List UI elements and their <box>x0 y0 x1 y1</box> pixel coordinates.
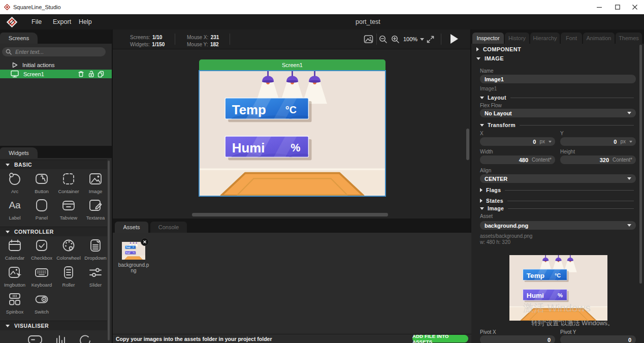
asset-select[interactable]: background.png <box>480 221 636 230</box>
label-icon: Aa <box>1 196 28 214</box>
widget-container[interactable]: Container <box>55 170 82 194</box>
lock-screen-icon[interactable] <box>87 70 95 78</box>
screen-item-label: Screen1 <box>23 71 44 77</box>
screen-item-screen1[interactable]: Screen1 <box>0 70 112 78</box>
canvas-screen-title: Screen1 <box>282 62 303 68</box>
window-titlebar: SquareLine_Studio <box>0 0 644 14</box>
flex-flow-select[interactable]: No Layout <box>480 109 636 117</box>
tab-console[interactable]: Console <box>150 222 187 233</box>
menu-file[interactable]: File <box>31 14 42 29</box>
states-section-header[interactable]: States <box>480 198 636 204</box>
widget-label[interactable]: Aa Label <box>1 196 28 221</box>
screen-item-initial-actions[interactable]: Initial actions <box>0 60 112 69</box>
canvas-screen-header[interactable]: Screen1 <box>199 59 385 70</box>
name-subtext: Image1 <box>480 86 497 91</box>
width-label: Width <box>480 149 493 154</box>
minimize-button[interactable] <box>590 0 608 14</box>
widget-dropdown[interactable]: Dropdown <box>82 236 109 261</box>
zoom-level-select[interactable]: 100% <box>403 36 424 42</box>
widget-colorwheel[interactable]: Colorwheel <box>55 236 82 261</box>
fit-zoom-icon[interactable] <box>426 35 435 44</box>
widget-bar[interactable] <box>21 331 49 343</box>
flags-section-header[interactable]: Flags <box>480 187 636 193</box>
image-subsection-header[interactable]: Image <box>480 205 636 211</box>
widget-keyboard[interactable]: Keyboard <box>28 263 55 288</box>
widget-tabview[interactable]: Tabview <box>55 196 82 221</box>
arc-icon <box>1 170 28 188</box>
tab-themes[interactable]: Themes <box>616 33 642 44</box>
pivot-y-input[interactable]: 0 <box>560 335 636 343</box>
image-icon <box>82 170 109 188</box>
widget-panel[interactable]: Panel <box>28 196 55 221</box>
section-basic[interactable]: BASIC <box>0 160 107 169</box>
play-outline-icon <box>11 61 18 69</box>
tab-inspector[interactable]: Inspector <box>472 33 504 44</box>
inspector-scrollbar[interactable] <box>639 45 642 284</box>
zoom-in-icon[interactable] <box>391 35 400 44</box>
height-input[interactable]: 320 Content* <box>560 155 636 164</box>
component-section-header[interactable]: COMPONENT <box>476 46 521 52</box>
canvas-scene <box>200 71 385 196</box>
close-button[interactable] <box>626 0 644 14</box>
widget-calendar[interactable]: Calendar <box>1 236 28 261</box>
widget-spinner[interactable] <box>71 331 99 343</box>
widget-chart[interactable] <box>47 331 74 343</box>
screens-panel-body <box>0 44 112 146</box>
widget-arc[interactable]: Arc <box>1 170 28 194</box>
x-label: X <box>480 131 484 136</box>
layout-section-header[interactable]: Layout <box>480 95 636 101</box>
y-label: Y <box>560 131 564 136</box>
maximize-button[interactable] <box>608 0 627 14</box>
tab-history[interactable]: History <box>505 33 529 44</box>
name-input[interactable]: Image1 <box>480 75 636 83</box>
screens-search[interactable] <box>2 47 106 56</box>
widget-spinbox[interactable]: Spinbox <box>1 290 28 315</box>
widget-textarea[interactable]: Textarea <box>82 196 109 221</box>
transform-section-header[interactable]: Transform <box>480 122 636 128</box>
zoom-out-icon[interactable] <box>379 35 388 44</box>
tab-widgets[interactable]: Widgets <box>0 147 38 158</box>
tab-animation[interactable]: Animation <box>583 33 615 44</box>
search-icon <box>6 49 12 55</box>
slider-icon <box>82 263 109 282</box>
widget-image[interactable]: Image <box>82 170 109 194</box>
tab-assets[interactable]: Assets <box>115 222 148 233</box>
height-label: Height <box>560 149 575 154</box>
roller-icon <box>55 263 82 282</box>
width-input[interactable]: 480 Content* <box>480 155 555 164</box>
image-section-header[interactable]: IMAGE <box>476 55 504 61</box>
toolbar-separator <box>441 34 441 45</box>
screen-icon <box>10 70 19 78</box>
widget-roller[interactable]: Roller <box>55 263 82 288</box>
canvas-screen[interactable] <box>199 70 386 197</box>
duplicate-screen-icon[interactable] <box>97 70 105 78</box>
play-button[interactable] <box>450 34 459 44</box>
remove-asset-button[interactable] <box>141 238 149 246</box>
widget-checkbox[interactable]: Checkbox <box>28 236 55 261</box>
section-visualiser[interactable]: VISUALISER <box>0 321 107 330</box>
menu-help[interactable]: Help <box>79 14 92 29</box>
section-controller[interactable]: CONTROLLER <box>0 227 107 236</box>
add-file-into-assets-button[interactable]: ADD FILE INTO ASSETS <box>412 335 468 342</box>
tab-font[interactable]: Font <box>561 33 582 44</box>
menu-export[interactable]: Export <box>53 14 71 29</box>
widget-button[interactable]: Button <box>28 170 55 194</box>
background-image-toggle-icon[interactable] <box>364 35 373 44</box>
tab-hierarchy[interactable]: Hierarchy <box>530 33 560 44</box>
widget-slider[interactable]: Slider <box>82 263 109 288</box>
widget-switch[interactable]: Switch <box>28 290 55 315</box>
pivot-x-input[interactable]: 0 <box>480 335 555 343</box>
delete-screen-icon[interactable] <box>77 70 85 78</box>
canvas-hscrollbar[interactable] <box>192 213 388 216</box>
x-input[interactable]: 0 px <box>480 137 555 146</box>
asset-name: background.p ng <box>116 262 151 273</box>
widgets-scrollbar[interactable] <box>108 161 110 340</box>
canvas-vscrollbar[interactable] <box>466 129 469 160</box>
search-input[interactable] <box>14 48 103 55</box>
y-input[interactable]: 0 px <box>560 137 636 146</box>
align-select[interactable]: CENTER <box>480 174 636 183</box>
widget-imgbutton[interactable]: Imgbutton <box>1 263 28 288</box>
imgbutton-icon <box>1 263 28 282</box>
canvas-toolbar: Screens: 1/10 Widgets: 1/150 Mouse X: 23… <box>113 29 470 49</box>
tab-screens[interactable]: Screens <box>0 33 38 44</box>
